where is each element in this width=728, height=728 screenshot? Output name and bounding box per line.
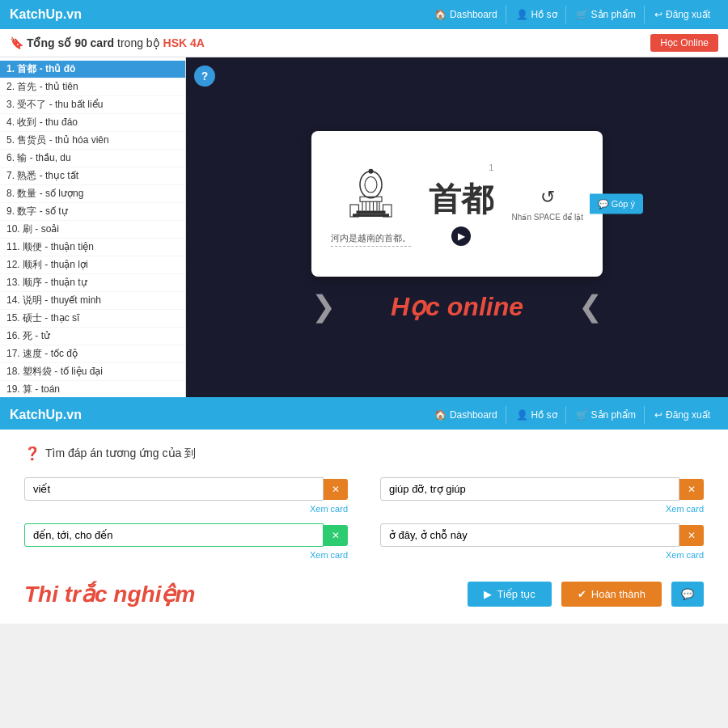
sidebar-item-12[interactable]: 12. 顺利 - thuận lợi xyxy=(0,256,185,274)
bottom-nav-ho-so[interactable]: 👤 Hồ sơ xyxy=(508,406,566,424)
answer-clear-2[interactable]: ✕ xyxy=(679,479,704,500)
quiz-footer: Thi trắc nghiệm ▶ Tiếp tục ✔ Hoàn thành … xyxy=(24,573,704,607)
bottom-section: KatchUp.vn 🏠 Dashboard 👤 Hồ sơ 🛒 Sản phẩ… xyxy=(0,397,728,624)
bottom-dashboard-icon: 🏠 xyxy=(434,409,447,421)
help-button[interactable]: ? xyxy=(194,66,215,87)
user-icon: 👤 xyxy=(516,9,528,20)
flashcard-sentence: 河内是越南的首都。 xyxy=(331,232,411,247)
nav-san-pham[interactable]: 🛒 Sản phẩm xyxy=(568,6,645,23)
next-arrow-button[interactable]: ❮ xyxy=(578,290,603,324)
flip-hint: Nhấn SPACE để lật xyxy=(512,213,583,222)
answer-clear-4[interactable]: ✕ xyxy=(679,525,704,546)
bottom-cart-icon: 🛒 xyxy=(576,409,588,421)
sidebar-item-10[interactable]: 10. 刷 - soải xyxy=(0,221,185,239)
hoc-online-button[interactable]: Học Online xyxy=(650,34,718,52)
dashboard-icon: 🏠 xyxy=(434,9,447,20)
flip-button[interactable]: ↺ xyxy=(540,187,555,208)
answer-input-wrap-1: ✕ xyxy=(24,477,348,501)
top-navbar: KatchUp.vn 🏠 Dashboard 👤 Hồ sơ 🛒 Sản phẩ… xyxy=(0,0,728,29)
bookmark-icon: 🔖 xyxy=(10,36,23,49)
card-count: 90 card xyxy=(74,36,114,49)
capitol-icon xyxy=(341,163,401,224)
main-content: 1. 首都 - thủ đô 2. 首先 - thủ tiên 3. 受不了 -… xyxy=(0,57,728,397)
nav-right: 🏠 Dashboard 👤 Hồ sơ 🛒 Sản phẩm ↩ Đăng xu… xyxy=(426,6,718,23)
sidebar-item-18[interactable]: 18. 塑料袋 - tố liệu đại xyxy=(0,363,185,381)
bottom-nav-san-pham[interactable]: 🛒 Sản phẩm xyxy=(568,406,645,424)
sidebar-item-8[interactable]: 8. 数量 - số lượng xyxy=(0,185,185,203)
sidebar-item-19[interactable]: 19. 算 - toán xyxy=(0,381,185,397)
answer-input-2[interactable] xyxy=(380,477,679,501)
thi-trac-nghiem-text: Thi trắc nghiệm xyxy=(24,581,195,607)
hoan-thanh-button[interactable]: ✔ Hoàn thành xyxy=(561,582,662,607)
answer-input-1[interactable] xyxy=(24,477,324,501)
brand-logo[interactable]: KatchUp.vn xyxy=(10,7,82,22)
question-icon: ❓ xyxy=(24,446,40,461)
sidebar-item-3[interactable]: 3. 受不了 - thu bất liểu xyxy=(0,96,185,114)
flashcard-left: 河内是越南的首都。 xyxy=(331,161,411,247)
answer-row-4: ✕ Xem card xyxy=(380,523,704,560)
answer-clear-1[interactable]: ✕ xyxy=(324,479,348,500)
answer-input-4[interactable] xyxy=(380,523,679,547)
nav-arrows: ❯ Học online ❮ xyxy=(311,290,603,324)
answer-input-3[interactable] xyxy=(24,523,324,547)
xem-card-1[interactable]: Xem card xyxy=(24,504,348,514)
svg-point-2 xyxy=(369,168,374,173)
nav-dang-xuat[interactable]: ↩ Đăng xuất xyxy=(646,6,718,23)
answer-input-wrap-2: ✕ xyxy=(380,477,704,501)
title-prefix: Tổng số xyxy=(27,36,71,49)
sidebar-item-17[interactable]: 17. 速度 - tốc độ xyxy=(0,345,185,363)
bottom-logout-icon: ↩ xyxy=(654,409,662,421)
sidebar-item-6[interactable]: 6. 输 - thầu, du xyxy=(0,150,185,167)
sidebar: 1. 首都 - thủ đô 2. 首先 - thủ tiên 3. 受不了 -… xyxy=(0,57,186,397)
flashcard-word: 首都 xyxy=(429,177,493,222)
nav-dashboard[interactable]: 🏠 Dashboard xyxy=(426,6,506,23)
answer-grid: ✕ Xem card ✕ Xem card ✕ Xem card xyxy=(24,477,704,560)
logout-icon: ↩ xyxy=(654,9,662,20)
xem-card-2[interactable]: Xem card xyxy=(380,504,704,514)
audio-button[interactable]: ▶ xyxy=(451,226,471,246)
bottom-navbar: KatchUp.vn 🏠 Dashboard 👤 Hồ sơ 🛒 Sản phẩ… xyxy=(0,400,728,430)
top-section: KatchUp.vn 🏠 Dashboard 👤 Hồ sơ 🛒 Sản phẩ… xyxy=(0,0,728,397)
answer-clear-3[interactable]: ✕ xyxy=(324,525,348,546)
quiz-question: ❓ Tìm đáp án tương ứng của 到 xyxy=(24,446,704,461)
quiz-content: ❓ Tìm đáp án tương ứng của 到 ✕ Xem card … xyxy=(0,430,728,624)
sidebar-item-7[interactable]: 7. 熟悉 - thục tất xyxy=(0,167,185,185)
answer-row-2: ✕ Xem card xyxy=(380,477,704,514)
sidebar-item-1[interactable]: 1. 首都 - thủ đô xyxy=(0,61,185,78)
title-middle: trong bộ xyxy=(117,36,160,49)
sidebar-item-11[interactable]: 11. 顺便 - thuận tiện xyxy=(0,239,185,256)
xem-card-3[interactable]: Xem card xyxy=(24,550,348,560)
sidebar-item-2[interactable]: 2. 首先 - thủ tiên xyxy=(0,78,185,96)
xem-card-4[interactable]: Xem card xyxy=(380,550,704,560)
feedback-button[interactable]: 💬 Góp ý xyxy=(590,194,643,214)
answer-row-3: ✕ Xem card xyxy=(24,523,348,560)
hoc-online-text: Học online xyxy=(391,291,523,322)
flashcard-area: ? xyxy=(186,57,728,397)
question-text: Tìm đáp án tương ứng của 到 xyxy=(45,447,196,461)
comment-icon: 💬 xyxy=(598,199,609,209)
answer-input-wrap-4: ✕ xyxy=(380,523,704,547)
flashcard: 河内是越南的首都。 1 首都 ▶ ↺ Nhấn SPACE để lật 💬 G… xyxy=(311,131,603,277)
check-icon: ✔ xyxy=(578,588,586,600)
card-number: 1 xyxy=(489,163,493,172)
answer-row-1: ✕ Xem card xyxy=(24,477,348,514)
bottom-brand-logo[interactable]: KatchUp.vn xyxy=(10,408,82,422)
sidebar-item-4[interactable]: 4. 收到 - thu đáo xyxy=(0,114,185,132)
sidebar-item-15[interactable]: 15. 硕士 - thạc sĩ xyxy=(0,310,185,328)
sidebar-item-9[interactable]: 9. 数字 - số tự xyxy=(0,203,185,221)
sidebar-item-14[interactable]: 14. 说明 - thuyết minh xyxy=(0,292,185,310)
header-bar: 🔖 Tổng số 90 card trong bộ HSK 4A Học On… xyxy=(0,29,728,57)
flashcard-middle: 1 首都 ▶ xyxy=(429,163,493,246)
tiep-tuc-button[interactable]: ▶ Tiếp tục xyxy=(468,582,551,607)
bottom-nav-dashboard[interactable]: 🏠 Dashboard xyxy=(426,406,506,424)
nav-ho-so[interactable]: 👤 Hồ sơ xyxy=(508,6,566,23)
sidebar-item-5[interactable]: 5. 售货员 - thủ hóa viên xyxy=(0,132,185,150)
sidebar-item-16[interactable]: 16. 死 - tử xyxy=(0,328,185,345)
chat-button[interactable]: 💬 xyxy=(671,582,704,607)
prev-arrow-button[interactable]: ❯ xyxy=(311,290,336,324)
sidebar-item-13[interactable]: 13. 顺序 - thuận tự xyxy=(0,274,185,292)
flashcard-right: ↺ Nhấn SPACE để lật xyxy=(512,187,583,222)
chat-icon: 💬 xyxy=(681,588,694,600)
flashcard-image xyxy=(339,161,404,226)
bottom-nav-dang-xuat[interactable]: ↩ Đăng xuất xyxy=(646,406,718,424)
